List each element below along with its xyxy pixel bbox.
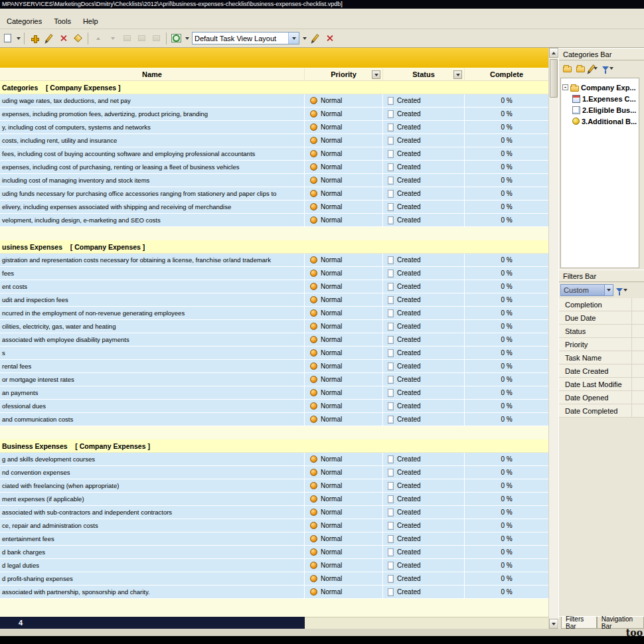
group-header[interactable]: usiness Expenses [ Company Expenses ] xyxy=(0,240,548,254)
add-category-button[interactable] xyxy=(561,62,573,75)
status-filter-button[interactable] xyxy=(453,70,462,79)
task-row[interactable]: y, including cost of computers, systems … xyxy=(0,121,548,134)
indent-button[interactable] xyxy=(120,31,134,45)
task-view-dropdown[interactable] xyxy=(184,31,190,45)
tree-item[interactable]: Company Exp... xyxy=(562,82,637,93)
filter-field-row[interactable]: Task Name xyxy=(559,351,644,364)
menu-help[interactable]: Help xyxy=(77,15,104,29)
task-row[interactable]: g and skills development coursesNormalCr… xyxy=(0,453,548,466)
task-row[interactable]: nd convention expensesNormalCreated0 % xyxy=(0,466,548,479)
task-row[interactable]: uding wage rates, tax deductions, and ne… xyxy=(0,94,548,108)
tree-item[interactable]: 3.Additional B... xyxy=(562,116,637,127)
layout-combobox[interactable]: Default Task View Layout xyxy=(192,32,299,44)
task-row[interactable]: or mortgage interest ratesNormalCreated0… xyxy=(0,373,548,386)
layout-options-dropdown[interactable] xyxy=(301,31,307,45)
task-row[interactable]: expenses, including cost of purchasing, … xyxy=(0,161,548,174)
scroll-down-button[interactable] xyxy=(549,619,558,629)
filter-field-row[interactable]: Date Created xyxy=(559,364,644,378)
new-dropdown-button[interactable] xyxy=(15,31,21,45)
filter-preset-arrow[interactable] xyxy=(604,285,613,295)
apply-filter-button[interactable] xyxy=(615,284,629,297)
task-row[interactable]: costs, including rent, utility and insur… xyxy=(0,134,548,147)
task-priority: Normal xyxy=(305,254,383,266)
priority-normal-icon xyxy=(310,270,317,277)
menu-categories[interactable]: Categories xyxy=(1,15,48,29)
priority-filter-button[interactable] xyxy=(372,70,380,79)
filter-field-row[interactable]: Date Opened xyxy=(559,391,644,404)
task-row[interactable]: feesNormalCreated0 % xyxy=(0,267,548,280)
task-row[interactable]: sNormalCreated0 % xyxy=(0,347,548,360)
scrollbar-thumb[interactable] xyxy=(550,59,558,98)
filter-field-row[interactable]: Date Completed xyxy=(559,404,644,418)
outdent-button[interactable] xyxy=(135,31,149,45)
edit-layout-button[interactable] xyxy=(308,31,322,45)
edit-category-button[interactable] xyxy=(588,62,600,75)
layout-combobox-arrow[interactable] xyxy=(288,33,299,44)
task-row[interactable]: d profit-sharing expensesNormalCreated0 … xyxy=(0,572,548,586)
group-header[interactable]: Categories [ Company Expenses ] xyxy=(0,81,548,94)
task-row[interactable]: an paymentsNormalCreated0 % xyxy=(0,386,548,400)
task-row[interactable]: elivery, including expenses associated w… xyxy=(0,201,548,214)
filter-field-row[interactable]: Status xyxy=(559,325,644,338)
move-up-button[interactable] xyxy=(91,31,105,45)
task-row[interactable]: gistration and representation costs nece… xyxy=(0,254,548,267)
delete-layout-button[interactable] xyxy=(323,31,337,45)
edit-task-button[interactable] xyxy=(42,31,56,45)
task-row[interactable]: ce, repair and administration costsNorma… xyxy=(0,519,548,532)
priority-label: Normal xyxy=(321,362,342,370)
task-row[interactable]: ment expenses (if applicable)NormalCreat… xyxy=(0,493,548,506)
task-row[interactable]: and communication costsNormalCreated0 % xyxy=(0,413,548,426)
column-header-status[interactable]: Status xyxy=(383,68,465,80)
add-task-button[interactable] xyxy=(27,31,41,45)
tree-item[interactable]: 1.Expenses C... xyxy=(562,93,637,104)
task-row[interactable]: expenses, including promotion fees, adve… xyxy=(0,108,548,121)
task-view-button[interactable] xyxy=(169,31,183,45)
column-header-complete[interactable]: Complete xyxy=(465,68,548,80)
status-created-icon xyxy=(388,150,394,158)
filter-field-row[interactable]: Date Last Modifie xyxy=(559,378,644,391)
column-header-name[interactable]: Name xyxy=(0,68,305,80)
scroll-up-button[interactable] xyxy=(549,48,558,58)
task-row[interactable]: ofessional duesNormalCreated0 % xyxy=(0,400,548,413)
task-row[interactable]: uding funds necessary for purchasing off… xyxy=(0,187,548,201)
column-header-priority[interactable]: Priority xyxy=(305,68,383,80)
filter-field-row[interactable]: Completion xyxy=(559,298,644,311)
task-row[interactable]: rental feesNormalCreated0 % xyxy=(0,360,548,373)
add-subcategory-button[interactable] xyxy=(574,62,586,75)
tree-item[interactable]: 2.Eligible Bus... xyxy=(562,104,637,116)
task-complete: 0 % xyxy=(465,466,548,479)
expand-all-button[interactable] xyxy=(149,31,163,45)
filter-field-row[interactable]: Due Date xyxy=(559,311,644,325)
task-row[interactable]: udit and inspection feesNormalCreated0 % xyxy=(0,293,548,307)
task-row[interactable]: d legal dutiesNormalCreated0 % xyxy=(0,559,548,572)
category-filter-button[interactable] xyxy=(601,62,615,75)
scrollbar-track[interactable] xyxy=(549,98,558,619)
group-header[interactable]: Business Expenses [ Company Expenses ] xyxy=(0,440,548,453)
filter-field-row[interactable]: Priority xyxy=(559,338,644,351)
task-row[interactable]: d bank chargesNormalCreated0 % xyxy=(0,546,548,559)
new-checklist-button[interactable] xyxy=(1,31,15,45)
filter-preset-combobox[interactable]: Custom xyxy=(560,284,613,296)
filter-icon xyxy=(602,66,609,70)
task-row[interactable]: including cost of managing inventory and… xyxy=(0,174,548,187)
move-down-button[interactable] xyxy=(106,31,120,45)
task-row[interactable]: entertainment feesNormalCreated0 % xyxy=(0,532,548,546)
tag-task-button[interactable] xyxy=(71,31,85,45)
status-created-icon xyxy=(388,588,394,596)
tree-expander-icon[interactable] xyxy=(562,84,568,90)
task-row[interactable]: ncurred in the employment of non-revenue… xyxy=(0,307,548,320)
grid-vertical-scrollbar[interactable] xyxy=(548,48,558,629)
task-row[interactable]: cilities, electricity, gas, water and he… xyxy=(0,320,548,333)
task-row[interactable]: associated with employee disability paym… xyxy=(0,333,548,347)
task-row[interactable]: ciated with freelancing (when appropriat… xyxy=(0,479,548,493)
tab-filters-bar[interactable]: Filters Bar xyxy=(561,617,597,629)
task-row[interactable]: associated with partnership, sponsorship… xyxy=(0,586,548,599)
task-row[interactable]: ent costsNormalCreated0 % xyxy=(0,280,548,293)
delete-task-button[interactable] xyxy=(56,31,70,45)
priority-label: Normal xyxy=(321,376,342,383)
menu-tools[interactable]: Tools xyxy=(48,15,77,29)
task-row[interactable]: velopment, including design, e-marketing… xyxy=(0,214,548,227)
task-row[interactable]: associated with sub-contractors and inde… xyxy=(0,506,548,519)
priority-normal-icon xyxy=(310,137,317,144)
task-row[interactable]: fees, including cost of buying accountin… xyxy=(0,147,548,161)
